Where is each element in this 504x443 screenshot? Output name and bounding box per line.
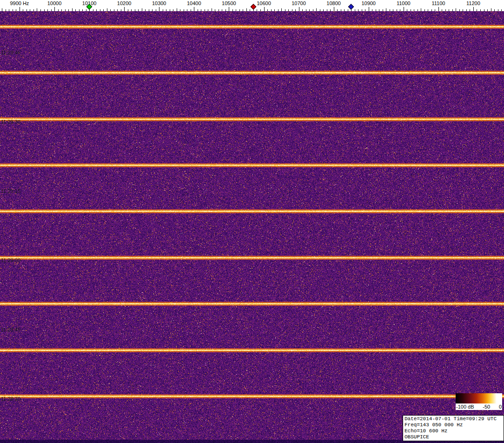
ruler-frequency-label: 11100 [431,0,445,6]
ruler-tick [145,9,146,11]
ruler-frequency-label: 10200 [117,0,132,6]
ruler-tick [400,9,400,11]
ruler-tick [47,9,48,11]
ruler-tick [466,9,467,11]
ruler-frequency-label: 10500 [222,0,236,6]
ruler-tick [163,9,163,11]
marker-red-diamond[interactable] [251,4,257,10]
ruler-tick [40,9,41,11]
ruler-tick [264,7,265,11]
ruler-tick [362,9,362,11]
ruler-tick [376,9,376,11]
ruler-tick [86,9,86,11]
ruler-tick [295,9,296,11]
ruler-tick [393,9,393,11]
marker-blue-diamond[interactable] [348,4,354,10]
ruler-tick [128,9,128,11]
colorbar-label-max: 0 [499,404,502,410]
ruler-tick [379,9,379,11]
ruler-frequency-label: 10600 [257,0,271,6]
ruler-tick [473,7,474,11]
ruler-tick [2,8,2,11]
ruler-tick [260,9,261,11]
ruler-tick [166,9,166,11]
ruler-tick [27,9,27,11]
ruler-tick [149,9,149,11]
ruler-tick [491,8,491,11]
ruler-tick [75,9,76,11]
ruler-frequency-label: 10900 [361,0,376,6]
ruler-tick [348,9,348,11]
info-box: Date=2014-07-01 Time=09:29 UTC Freq=143 … [403,415,504,441]
ruler-tick [477,9,477,11]
ruler-tick [435,9,435,11]
time-label: 11:29:45 [1,50,20,55]
ruler-tick [369,7,369,11]
colorbar-labels: -100 dB -50 0 [456,403,502,410]
ruler-tick [285,9,285,11]
ruler-tick [159,7,159,11]
ruler-tick [212,8,212,11]
ruler-tick [72,8,73,11]
ruler-tick [173,9,173,11]
ruler-tick [30,9,30,11]
ruler-tick [246,8,247,11]
ruler-tick [20,7,20,11]
ruler-tick [135,9,135,11]
ruler-tick [6,9,6,11]
ruler-tick [229,7,229,11]
ruler-tick [292,9,292,11]
ruler-tick [278,9,279,11]
ruler-tick [442,9,442,11]
ruler-tick [177,8,177,11]
ruler-frequency-label: 10400 [187,0,201,6]
ruler-tick [250,9,250,11]
ruler-tick [58,9,59,11]
ruler-tick [239,9,240,11]
ruler-tick [170,9,170,11]
ruler-tick [51,9,52,11]
ruler-tick [131,9,132,11]
ruler-tick [438,7,439,11]
ruler-tick [463,9,463,11]
ruler-tick [61,9,62,11]
time-label: 11:29:30 [1,119,20,125]
ruler-tick [117,9,118,11]
ruler-tick [411,9,411,11]
ruler-frequency-label: 11200 [466,0,480,6]
ruler-tick [267,9,268,11]
ruler-tick [323,9,324,11]
time-label: 11:28:45 [1,327,20,332]
ruler-tick [456,8,456,11]
ruler-tick [93,9,93,11]
ruler-frequency-label: 10800 [326,0,341,6]
ruler-tick [337,9,338,11]
ruler-tick [449,9,449,11]
ruler-tick [142,8,142,11]
ruler-frequency-label: 10300 [152,0,166,6]
ruler-tick [281,8,282,11]
ruler-tick [334,7,334,11]
ruler-tick [222,9,222,11]
ruler-tick [309,9,310,11]
ruler-tick [208,9,208,11]
ruler-tick [191,9,191,11]
ruler-tick [299,7,299,11]
time-label: 11:29:15 [1,188,20,194]
ruler-tick [225,9,226,11]
ruler-tick [390,9,390,11]
ruler-tick [355,9,355,11]
ruler-tick [68,9,69,11]
ruler-tick [82,9,83,11]
ruler-tick [114,9,114,11]
waterfall-window: 9900 Hz100001010010200103001040010500106… [0,0,504,443]
frequency-ruler[interactable]: 9900 Hz100001010010200103001040010500106… [0,0,504,11]
ruler-tick [13,9,13,11]
ruler-tick [306,9,306,11]
ruler-tick [484,9,484,11]
ruler-tick [431,9,432,11]
ruler-tick [386,8,386,11]
ruler-tick [198,9,198,11]
ruler-tick [201,9,201,11]
ruler-tick [257,9,257,11]
